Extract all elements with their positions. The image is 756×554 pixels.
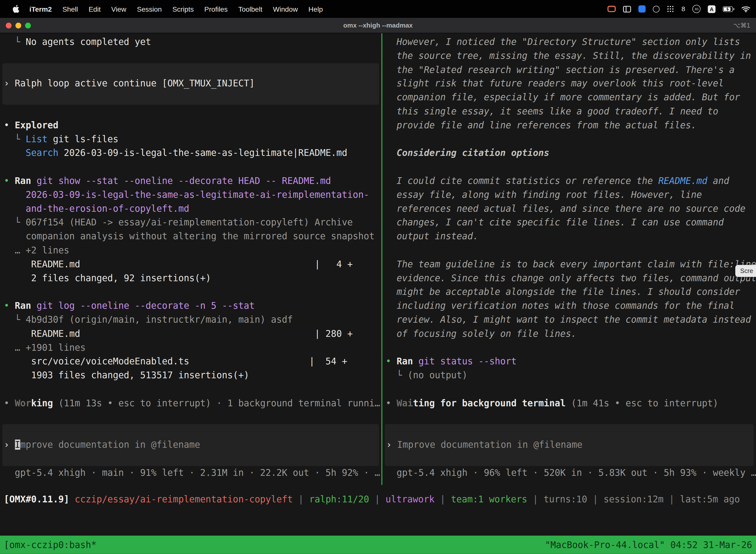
gauge-icon[interactable]: .61 xyxy=(692,5,700,13)
screen-recording-indicator-icon[interactable] xyxy=(608,6,616,12)
dark-circle-app-icon[interactable] xyxy=(653,5,660,12)
terminal-cursor: I xyxy=(15,440,20,450)
omx-status-bar: [OMX#0.11.9] cczip/essay/ai-reimplementa… xyxy=(0,485,756,507)
thinking-line: However, I noticed the "Directory Struct… xyxy=(382,35,756,49)
show-commit-line: companion analysis without altering the … xyxy=(0,230,381,244)
window-title: omx --xhigh --madmax xyxy=(0,18,756,33)
terminal-pane-left[interactable]: └ No agents completed yet › Ralph loop a… xyxy=(0,33,381,485)
agents-summary-line: └ No agents completed yet xyxy=(0,35,381,49)
thinking-line: slight risk that future readers may over… xyxy=(382,77,756,91)
input-source-icon[interactable]: A xyxy=(708,5,715,13)
omx-turns: turns:10 xyxy=(544,494,587,504)
menu-item-profiles[interactable]: Profiles xyxy=(199,5,233,13)
show-commit-line: └ 067f154 (HEAD -> essay/ai-reimplementa… xyxy=(0,216,381,230)
apple-icon xyxy=(13,5,19,13)
menu-item-edit[interactable]: Edit xyxy=(83,5,106,13)
thinking-line: I could cite commit statistics or refere… xyxy=(382,174,756,188)
thinking-line: of focusing solely on file lines. xyxy=(382,327,756,341)
explored-header-line: • Explored xyxy=(0,119,381,132)
inject-banner-text: Ralph loop active continue [OMX_TMUX_INJ… xyxy=(15,78,255,89)
thinking-line: this single essay, it seems like a good … xyxy=(382,105,756,119)
log-diffstat-line: src/voice/voiceModeEnabled.ts | 54 + xyxy=(0,355,381,369)
menu-item-scripts[interactable]: Scripts xyxy=(167,5,199,13)
thinking-line: provide file and line references from th… xyxy=(382,119,756,132)
omx-branch: cczip/essay/ai-reimplementation-copyleft xyxy=(69,494,293,504)
thinking-line: The team guideline is to back every impo… xyxy=(382,258,756,272)
dots-grid-icon[interactable] xyxy=(667,5,674,12)
tmux-status-bar: [omx-cczip0:bash* "MacBook-Pro-44.local"… xyxy=(0,536,756,554)
menu-bar-status-area: 8 .61 A xyxy=(608,5,750,13)
thinking-line: the "Related research writing" section i… xyxy=(382,63,756,77)
apple-menu[interactable] xyxy=(8,5,24,13)
show-diffstat-line: README.md | 4 + xyxy=(0,258,381,272)
log-more-lines: … +1901 lines xyxy=(0,341,381,355)
model-status-line: gpt-5.4 xhigh · 96% left · 520K in · 5.8… xyxy=(382,466,756,480)
thinking-line: the source tree, missing the essay. Stil… xyxy=(382,49,756,63)
prompt-placeholder-text: mprove documentation in @filename xyxy=(20,440,200,450)
omx-last-activity: last:5m ago xyxy=(680,494,740,504)
omx-version: [OMX#0.11.9] xyxy=(4,494,69,504)
thinking-heading: Considering citation options xyxy=(382,147,756,160)
menu-item-view[interactable]: View xyxy=(106,5,131,13)
tmux-host-and-clock: "MacBook-Pro-44.local" 04:52 31-Mar-26 xyxy=(545,540,752,550)
log-commit-line: └ 4b9d30f (origin/main, instructkr/main,… xyxy=(0,313,381,327)
no-output-line: └ (no output) xyxy=(382,369,756,383)
show-diffstat-summary: 2 files changed, 92 insertions(+) xyxy=(0,272,381,285)
menu-bar: iTerm2 Shell Edit View Session Scripts P… xyxy=(0,0,756,18)
prompt-chevron: › xyxy=(386,440,397,450)
menu-item-help[interactable]: Help xyxy=(303,5,328,13)
explored-list-line: └ List git ls-files xyxy=(0,132,381,147)
thinking-line: including verification notes with those … xyxy=(382,299,756,313)
blue-app-icon[interactable] xyxy=(639,5,646,12)
explored-search-line: Search 2026-03-09-is-legal-the-same-as-l… xyxy=(0,147,381,160)
window-title-bar: omx --xhigh --madmax ⌥⌘1 xyxy=(0,18,756,33)
wifi-icon[interactable] xyxy=(742,5,750,12)
window-manager-icon[interactable] xyxy=(623,5,631,12)
thinking-line: evidence. Since this change only affects… xyxy=(382,272,756,285)
readme-link[interactable]: README.md xyxy=(658,176,707,186)
terminal: └ No agents completed yet › Ralph loop a… xyxy=(0,33,756,536)
prompt-input-right[interactable]: › Improve documentation in @filename xyxy=(385,424,754,466)
model-status-line: gpt-5.4 xhigh · main · 91% left · 2.31M … xyxy=(0,466,381,480)
thinking-line: output instead. xyxy=(382,230,756,244)
menu-item-session[interactable]: Session xyxy=(131,5,167,13)
battery-icon[interactable] xyxy=(723,6,735,12)
screen-share-button[interactable]: Scre xyxy=(736,265,756,277)
show-more-lines: … +2 lines xyxy=(0,244,381,258)
terminal-pane-right[interactable]: However, I noticed the "Directory Struct… xyxy=(382,33,756,485)
show-filename-line: 2026-03-09-is-legal-the-same-as-legitima… xyxy=(0,188,381,202)
omx-ralph-counter: ralph:11/20 xyxy=(309,494,369,504)
screen: iTerm2 Shell Edit View Session Scripts P… xyxy=(0,0,756,554)
thinking-line: might be acceptable alongside the file l… xyxy=(382,285,756,299)
ran-git-status-line: • Ran git status --short xyxy=(382,355,756,369)
window-shortcut-badge: ⌥⌘1 xyxy=(733,18,750,33)
thinking-line: companion file, especially if more comme… xyxy=(382,91,756,105)
waiting-status-line: • Waiting for background terminal (1m 41… xyxy=(382,396,756,410)
thinking-line: essay file, along with finding root file… xyxy=(382,188,756,202)
working-status-line: • Working (11m 13s • esc to interrupt) ·… xyxy=(0,396,381,410)
log-diffstat-summary: 1903 files changed, 513517 insertions(+) xyxy=(0,369,381,383)
prompt-placeholder-text: Improve documentation in @filename xyxy=(397,440,582,450)
omx-team: team:1 workers xyxy=(451,494,527,504)
tmux-session-name[interactable]: [omx-cczip0:bash* xyxy=(4,540,97,550)
prompt-input-left[interactable]: › Improve documentation in @filename xyxy=(2,424,379,466)
omx-mode: ultrawork xyxy=(385,494,435,504)
thinking-line: references need actual files, and since … xyxy=(382,202,756,216)
numeric-status-icon[interactable]: 8 xyxy=(682,5,685,12)
menu-item-window[interactable]: Window xyxy=(268,5,303,13)
ran-git-log-line: • Ran git log --oneline --decorate -n 5 … xyxy=(0,299,381,313)
prompt-chevron: › xyxy=(4,440,15,450)
show-filename-line: and-the-erosion-of-copyleft.md xyxy=(0,202,381,216)
log-diffstat-line: README.md | 280 + xyxy=(0,327,381,341)
omx-session-time: session:12m xyxy=(604,494,664,504)
prompt-chevron: › xyxy=(4,78,15,89)
thinking-line: changes, I can't cite specific file line… xyxy=(382,216,756,230)
menu-item-toolbelt[interactable]: Toolbelt xyxy=(233,5,268,13)
menu-item-iterm2[interactable]: iTerm2 xyxy=(24,5,57,13)
ran-git-show-line: • Ran git show --stat --oneline --decora… xyxy=(0,174,381,188)
inject-banner: › Ralph loop active continue [OMX_TMUX_I… xyxy=(2,63,379,105)
menu-item-shell[interactable]: Shell xyxy=(57,5,83,13)
thinking-line: review. Also, I might want to inspect th… xyxy=(382,313,756,327)
